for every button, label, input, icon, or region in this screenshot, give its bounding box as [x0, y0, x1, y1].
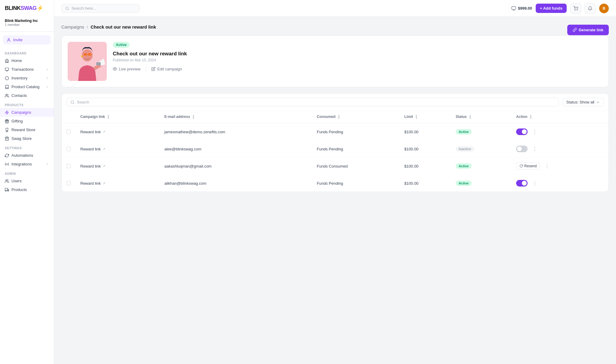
sidebar-item-contacts[interactable]: Contacts — [0, 91, 54, 100]
live-preview-label: Live preview — [119, 67, 140, 71]
logo: BLINKSWAG⚡ — [0, 5, 54, 16]
row-toggle[interactable] — [516, 180, 528, 187]
status-filter-dropdown[interactable]: Status: Show all — [562, 98, 604, 106]
cart-button[interactable] — [570, 3, 581, 14]
svg-marker-5 — [5, 111, 9, 114]
th-status[interactable]: Status ▲▼ — [451, 111, 511, 123]
status-badge: Inactive — [456, 146, 474, 152]
catalog-icon — [5, 85, 9, 89]
sidebar-item-integrations[interactable]: Integrations — [0, 160, 54, 168]
svg-point-22 — [577, 10, 578, 10]
row-limit: $100.00 — [399, 140, 451, 158]
campaigns-table: Campaign link ▲▼ E-mail address ▲▼ Consu… — [62, 111, 608, 192]
live-preview-button[interactable]: Live preview — [113, 67, 140, 71]
row-checkbox[interactable] — [66, 147, 71, 151]
svg-marker-13 — [8, 189, 9, 190]
edit-campaign-button[interactable]: Edit campaign — [151, 67, 182, 71]
row-more-button[interactable]: ⋮ — [531, 145, 539, 153]
row-limit: $100.00 — [399, 123, 451, 140]
row-limit: $100.00 — [399, 158, 451, 175]
th-consumed[interactable]: Consumed ▲▼ — [312, 111, 399, 123]
integrations-icon — [5, 162, 9, 166]
generate-label: Generate link — [579, 28, 603, 32]
svg-point-32 — [114, 68, 116, 69]
add-funds-button[interactable]: + Add funds — [536, 4, 567, 13]
row-checkbox[interactable] — [66, 164, 71, 168]
status-filter-label: Status: Show all — [566, 100, 594, 104]
row-more-button[interactable]: ⋮ — [543, 162, 551, 170]
sidebar-item-home[interactable]: Home — [0, 56, 54, 65]
notifications-button[interactable] — [585, 3, 596, 14]
row-action: ⋮ — [511, 140, 608, 158]
sidebar-item-products[interactable]: Products — [0, 185, 54, 194]
chevron-right-icon — [45, 68, 49, 71]
users-label: Users — [11, 179, 22, 183]
avatar[interactable]: B — [599, 4, 609, 13]
th-action[interactable]: Action ▲▼ — [511, 111, 608, 123]
sidebar-item-reward-store[interactable]: Reward Store — [0, 125, 54, 134]
campaigns-icon — [5, 110, 9, 115]
inventory-icon — [5, 76, 9, 80]
sidebar-item-gifting[interactable]: Gifting — [0, 117, 54, 125]
edit-icon — [151, 67, 156, 71]
svg-point-15 — [8, 190, 8, 191]
sidebar: BLINKSWAG⚡ Blink Marketing Inc 1 member … — [0, 0, 54, 364]
sidebar-item-campaigns[interactable]: Campaigns — [0, 108, 54, 117]
search-icon — [65, 6, 69, 11]
campaign-image — [68, 42, 107, 81]
row-checkbox[interactable] — [66, 130, 71, 134]
sidebar-item-product-catalog[interactable]: Product Catalog — [0, 82, 54, 91]
svg-point-8 — [6, 128, 8, 130]
invite-button[interactable]: Invite — [3, 35, 51, 45]
campaigns-label: Campaigns — [11, 110, 31, 115]
sidebar-item-inventory[interactable]: Inventory — [0, 74, 54, 82]
sidebar-item-automations[interactable]: Automations — [0, 151, 54, 160]
row-more-button[interactable]: ⋮ — [531, 128, 539, 136]
product-catalog-label: Product Catalog — [11, 85, 39, 89]
contacts-label: Contacts — [11, 93, 27, 98]
th-limit[interactable]: Limit ▲▼ — [399, 111, 451, 123]
search-input[interactable] — [72, 6, 136, 11]
row-checkbox[interactable] — [66, 181, 71, 185]
search-wrap[interactable] — [61, 4, 140, 13]
balance-amount: $999.00 — [518, 6, 532, 11]
refresh-icon — [519, 164, 523, 168]
logo-text: BLINKSWAG⚡ — [5, 5, 43, 11]
reward-link-text[interactable]: Reward link — [80, 130, 101, 134]
svg-rect-29 — [88, 53, 91, 56]
resend-button[interactable]: Resend — [516, 162, 540, 170]
content-area: Campaigns › Check out our new reward lin… — [54, 17, 616, 364]
reward-icon — [5, 128, 9, 132]
row-email: alee@blinkswag.com — [159, 140, 312, 158]
campaign-card: Active Check out our new reward link Pub… — [61, 35, 609, 87]
sidebar-item-transactions[interactable]: Transactions — [0, 65, 54, 74]
table-search-wrap[interactable] — [66, 98, 559, 106]
row-toggle[interactable] — [516, 146, 528, 152]
th-campaign-link[interactable]: Campaign link ▲▼ — [75, 111, 159, 123]
org-name: Blink Marketing Inc — [5, 19, 49, 23]
reward-link-text[interactable]: Reward link — [80, 181, 101, 186]
reward-link-text[interactable]: Reward link — [80, 164, 101, 168]
sidebar-item-swag-store[interactable]: Swag Store — [0, 134, 54, 143]
row-more-button[interactable]: ⋮ — [531, 179, 539, 187]
svg-rect-25 — [96, 62, 101, 65]
row-link: Reward link ↗ — [75, 123, 159, 140]
row-toggle[interactable] — [516, 128, 528, 135]
row-consumed: Funds Consumed — [312, 158, 399, 175]
reward-link-text[interactable]: Reward link — [80, 147, 101, 151]
automations-label: Automations — [11, 153, 33, 158]
table-row: Reward link ↗ alikhan@blinkswag.com Fund… — [62, 175, 608, 192]
sidebar-item-users[interactable]: Users — [0, 177, 54, 185]
generate-link-button[interactable]: Generate link — [567, 25, 609, 35]
reward-store-label: Reward Store — [11, 128, 35, 132]
table-row: Reward link ↗ jamesmathew@demo.zenefits.… — [62, 123, 608, 140]
svg-point-21 — [575, 10, 575, 10]
breadcrumb-parent[interactable]: Campaigns — [61, 24, 84, 29]
status-badge: Active — [456, 163, 472, 169]
row-consumed: Funds Pending — [312, 140, 399, 158]
svg-line-17 — [68, 9, 69, 10]
section-products: PRODUCTS — [0, 100, 54, 108]
table-search-input[interactable] — [77, 100, 555, 104]
row-email: alikhan@blinkswag.com — [159, 175, 312, 192]
th-email[interactable]: E-mail address ▲▼ — [159, 111, 312, 123]
